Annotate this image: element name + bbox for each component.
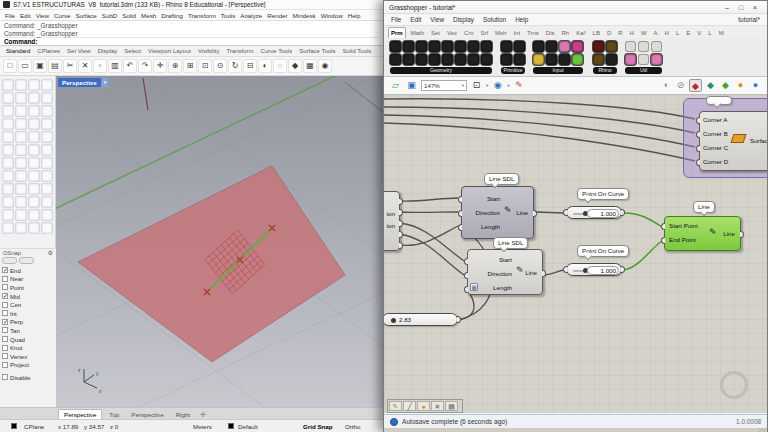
osnap-mid[interactable]: ✓Mid	[2, 292, 54, 301]
gh-tab-l2[interactable]: L	[706, 28, 713, 38]
checkbox[interactable]: ✓	[2, 293, 8, 299]
output-nub[interactable]	[399, 242, 403, 249]
current-layer-swatch[interactable]	[228, 423, 234, 429]
point-on-curve-slider-1[interactable]: 1.000	[566, 206, 622, 219]
input-icon[interactable]	[572, 41, 583, 52]
menu-drafting[interactable]: Drafting	[161, 12, 183, 19]
input-nub[interactable]	[563, 209, 567, 216]
gh-tab-intersect[interactable]: Int	[511, 28, 522, 38]
layer-color-swatch[interactable]	[11, 423, 17, 429]
checkbox[interactable]	[2, 345, 8, 351]
osnap-disable[interactable]: Disable	[2, 373, 54, 382]
palette-tool-icon[interactable]	[41, 79, 53, 91]
gh-menu-display[interactable]: Display	[453, 16, 474, 23]
point-on-curve-slider-2[interactable]: 1.000	[566, 263, 622, 276]
input-nub[interactable]	[464, 272, 468, 279]
add-viewport-tab-icon[interactable]: ✛	[197, 411, 209, 419]
checkbox[interactable]	[2, 327, 8, 333]
preview-off-icon[interactable]: ⊘	[674, 79, 687, 92]
viewport-layout-icon[interactable]: ⊟	[243, 59, 257, 73]
gh-tab-sets[interactable]: Set	[429, 28, 442, 38]
osnap-tan[interactable]: Tan	[2, 326, 54, 335]
menu-view[interactable]: View	[36, 12, 49, 19]
osnap-knot[interactable]: Knot	[2, 343, 54, 352]
open-document-icon[interactable]: ▱	[389, 79, 402, 92]
osnap-int[interactable]: Int	[2, 309, 54, 318]
param-geometry-icon[interactable]	[481, 54, 492, 65]
toolbar-tab-cplanes[interactable]: CPlanes	[37, 48, 60, 54]
input-icon[interactable]	[546, 54, 557, 65]
sketch-pen-icon[interactable]: ✎	[513, 79, 526, 92]
ribbon-group-label[interactable]: Input	[533, 67, 583, 74]
toolbar-tab-visibility[interactable]: Visibility	[198, 48, 220, 54]
input-icon[interactable]	[533, 41, 544, 52]
output-nub[interactable]	[740, 231, 744, 238]
input-nub[interactable]	[458, 196, 462, 203]
palette-tool-icon[interactable]	[28, 170, 40, 182]
palette-tool-icon[interactable]	[28, 222, 40, 234]
save-file-icon[interactable]: ▣	[33, 59, 47, 73]
status-units[interactable]: Meters	[193, 423, 212, 430]
input-nub[interactable]	[563, 266, 567, 273]
viewport-tab-perspective[interactable]: Perspective	[58, 409, 102, 419]
zoom-dynamic-icon[interactable]: ⊕	[168, 59, 182, 73]
input-icon[interactable]	[559, 41, 570, 52]
ribbon-group-label[interactable]: Util	[625, 67, 662, 74]
menu-file[interactable]: File	[5, 12, 15, 19]
partial-component[interactable]: ion ion	[384, 191, 400, 251]
delete-icon[interactable]: ✕	[78, 59, 92, 73]
chevron-down-icon[interactable]: ▾	[507, 83, 509, 88]
visibility-icon[interactable]: ◐	[258, 59, 272, 73]
gh-tab-math[interactable]: Math	[409, 28, 426, 38]
output-nub[interactable]	[399, 198, 403, 205]
palette-tool-icon[interactable]	[41, 105, 53, 117]
toolbar-tab-setview[interactable]: Set View	[67, 48, 91, 54]
gh-tab-d[interactable]: D	[605, 28, 613, 38]
gh-canvas[interactable]: Corner A Corner B Corner C Corner D Surf…	[384, 95, 767, 413]
zoom-window-icon[interactable]: ⊞	[183, 59, 197, 73]
gh-tab-w[interactable]: W	[639, 28, 649, 38]
gh-tab-curve[interactable]: Crv	[462, 28, 475, 38]
preview-custom-icon[interactable]: ◆	[719, 79, 732, 92]
4point-surface-component[interactable]: Corner A Corner B Corner C Corner D Surf…	[699, 111, 767, 171]
viewport-tab-right[interactable]: Right	[171, 410, 195, 419]
checkbox[interactable]	[2, 353, 8, 359]
canvas-compass-widget[interactable]	[720, 371, 748, 399]
sketch-point-icon[interactable]: ●	[417, 401, 430, 411]
quality-ball-icon[interactable]: ●	[734, 79, 747, 92]
gh-tab-a[interactable]: A	[652, 28, 660, 38]
param-geometry-icon[interactable]	[390, 54, 401, 65]
gh-tab-mesh[interactable]: Msh	[493, 28, 508, 38]
param-geometry-icon[interactable]	[403, 54, 414, 65]
palette-tool-icon[interactable]	[15, 196, 27, 208]
input-icon[interactable]	[572, 54, 583, 65]
preview-wireframe-icon[interactable]: ◆	[689, 79, 702, 92]
param-geometry-icon[interactable]	[468, 41, 479, 52]
status-ortho[interactable]: Ortho	[345, 423, 360, 430]
input-nub[interactable]	[661, 223, 665, 230]
param-geometry-icon[interactable]	[403, 41, 414, 52]
checkbox[interactable]	[2, 284, 8, 290]
menu-mindesk[interactable]: Mindesk	[293, 12, 316, 19]
ribbon-group-label[interactable]: Geometry	[390, 67, 492, 74]
input-icon[interactable]	[559, 54, 570, 65]
checkbox[interactable]	[2, 302, 8, 308]
toolbar-tab-transform[interactable]: Transform	[226, 48, 253, 54]
palette-tool-icon[interactable]	[41, 92, 53, 104]
open-file-icon[interactable]: ▭	[18, 59, 32, 73]
checkbox[interactable]: ✓	[2, 267, 8, 273]
output-nub[interactable]	[457, 316, 461, 323]
gh-menu-help[interactable]: Help	[515, 16, 528, 23]
palette-tool-icon[interactable]	[15, 170, 27, 182]
util-icon[interactable]	[651, 54, 662, 65]
gh-document-name[interactable]: tutorial*	[738, 16, 760, 23]
object-properties-icon[interactable]: ◉	[318, 59, 332, 73]
param-geometry-icon[interactable]	[429, 54, 440, 65]
osnap-quad[interactable]: Quad	[2, 335, 54, 344]
osnap-vertex[interactable]: Vertex	[2, 352, 54, 361]
palette-tool-icon[interactable]	[2, 170, 14, 182]
osnap-mode-button[interactable]	[2, 257, 17, 264]
palette-tool-icon[interactable]	[2, 79, 14, 91]
ribbon-group-label[interactable]: Primitive	[501, 67, 525, 74]
chevron-down-icon[interactable]: ▾	[486, 83, 488, 88]
